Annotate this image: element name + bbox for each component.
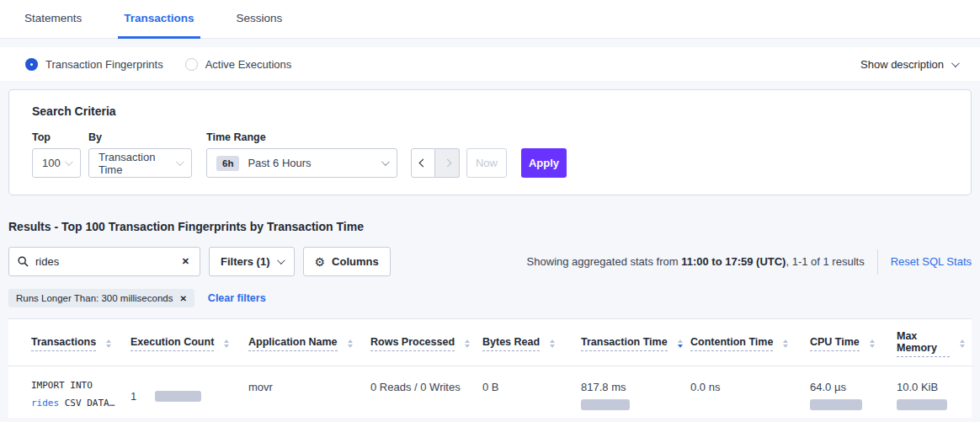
- tab-transactions[interactable]: Transactions: [118, 0, 200, 39]
- max-memory-value: 10.0 KiB: [897, 381, 938, 393]
- time-range-badge: 6h: [216, 156, 239, 171]
- transaction-time-bar: [581, 399, 630, 410]
- sort-icon[interactable]: [783, 339, 788, 349]
- cell-bytes-read: 0 B: [482, 366, 581, 422]
- execution-count-bar: [155, 391, 201, 402]
- column-header-label[interactable]: Rows Processed: [370, 336, 455, 351]
- results-toolbar: ✕ Filters (1) ⚙ Columns Showing aggregat…: [8, 247, 972, 276]
- column-header-transactions: Transactions: [8, 319, 130, 366]
- column-header-label[interactable]: Transaction Time: [581, 336, 668, 351]
- search-input[interactable]: [35, 255, 180, 268]
- filter-chip: Runs Longer Than: 300 milliseconds ✕: [8, 289, 194, 307]
- sort-icon[interactable]: [106, 339, 111, 349]
- active-filters-row: Runs Longer Than: 300 milliseconds ✕ Cle…: [8, 289, 972, 307]
- column-header-application-name: Application Name: [248, 319, 370, 366]
- chevron-down-icon: [276, 256, 285, 264]
- sort-icon[interactable]: [465, 339, 470, 349]
- columns-button[interactable]: ⚙ Columns: [303, 247, 391, 276]
- tab-sessions[interactable]: Sessions: [231, 0, 289, 39]
- gear-icon: ⚙: [315, 255, 326, 269]
- chevron-right-icon: [443, 159, 451, 168]
- clear-search-icon[interactable]: ✕: [180, 254, 191, 269]
- now-button[interactable]: Now: [466, 148, 507, 178]
- time-range-select[interactable]: 6h Past 6 Hours: [206, 148, 397, 178]
- sort-icon[interactable]: [870, 339, 875, 349]
- tab-statements[interactable]: Statements: [19, 0, 88, 39]
- sort-icon[interactable]: [348, 339, 353, 349]
- cell-rows-processed: 0 Reads / 0 Writes: [370, 366, 482, 422]
- time-next-button[interactable]: [435, 148, 460, 178]
- cell-application-name: movr: [248, 366, 370, 422]
- time-prev-button[interactable]: [411, 148, 435, 178]
- sort-icon[interactable]: [224, 339, 229, 349]
- cpu-time-bar: [810, 399, 862, 410]
- by-field: By Transaction Time: [88, 131, 206, 178]
- show-description-label: Show description: [860, 58, 944, 71]
- view-mode-bar: Transaction Fingerprints Active Executio…: [0, 47, 980, 81]
- time-window-arrows: [411, 148, 460, 178]
- column-header-rows-processed: Rows Processed: [370, 319, 482, 366]
- top-label: Top: [32, 131, 88, 143]
- radio-transaction-fingerprints[interactable]: Transaction Fingerprints: [25, 58, 163, 71]
- transaction-fingerprint-link[interactable]: rides: [31, 398, 59, 409]
- vertical-divider: [877, 249, 878, 275]
- sort-icon[interactable]: [550, 339, 555, 349]
- stats-suffix: , 1-1 of 1 results: [786, 255, 864, 268]
- search-criteria-controls: Top 100 By Transaction Time Time Range 6…: [32, 131, 948, 178]
- cell-transaction-time: 817.8 ms: [581, 366, 690, 422]
- remove-filter-icon[interactable]: ✕: [179, 294, 186, 303]
- aggregated-stats-text: Showing aggregated stats from 11:00 to 1…: [527, 255, 865, 268]
- by-select[interactable]: Transaction Time: [88, 148, 192, 178]
- chevron-down-icon: [381, 158, 390, 166]
- search-box: ✕: [8, 247, 200, 276]
- search-icon: [18, 256, 29, 267]
- table-row: IMPORT INTO rides CSV DATA… 1 movr 0 Rea…: [8, 366, 972, 422]
- radio-unselected-icon: [185, 58, 198, 71]
- chevron-down-icon: [951, 59, 960, 67]
- column-header-label[interactable]: Max Memory: [897, 330, 950, 357]
- cell-contention-time: 0.0 ns: [690, 366, 810, 422]
- chevron-down-icon: [176, 158, 184, 166]
- by-select-value: Transaction Time: [99, 151, 176, 176]
- radio-active-executions[interactable]: Active Executions: [185, 58, 292, 71]
- cpu-time-value: 64.0 µs: [810, 381, 846, 393]
- column-header-bytes-read: Bytes Read: [482, 319, 581, 366]
- by-label: By: [88, 131, 206, 143]
- column-header-label[interactable]: Transactions: [31, 336, 96, 351]
- sort-icon[interactable]: [960, 339, 965, 349]
- top-field: Top 100: [32, 131, 88, 178]
- execution-count-value: 1: [130, 390, 136, 403]
- top-select[interactable]: 100: [32, 148, 81, 178]
- column-header-transaction-time: Transaction Time: [581, 319, 690, 366]
- chevron-down-icon: [65, 158, 73, 166]
- column-header-max-memory: Max Memory: [897, 319, 972, 366]
- cell-transaction-fingerprint: IMPORT INTO rides CSV DATA…: [8, 366, 130, 422]
- reset-sql-stats-link[interactable]: Reset SQL Stats: [891, 255, 972, 268]
- table-header-row: Transactions Execution Count Application…: [8, 319, 972, 366]
- cell-max-memory: 10.0 KiB: [897, 366, 972, 422]
- transaction-time-value: 817.8 ms: [581, 381, 626, 393]
- column-header-contention-time: Contention Time: [690, 319, 810, 366]
- filters-button[interactable]: Filters (1): [209, 247, 295, 276]
- radio-label: Transaction Fingerprints: [45, 58, 163, 71]
- results-heading: Results - Top 100 Transaction Fingerprin…: [8, 220, 972, 233]
- column-header-label[interactable]: Execution Count: [130, 336, 214, 351]
- time-range-field: Time Range 6h Past 6 Hours: [206, 131, 397, 178]
- sql-text: CSV DATA…: [59, 398, 115, 409]
- filter-chip-label: Runs Longer Than: 300 milliseconds: [16, 293, 173, 303]
- column-header-label[interactable]: Application Name: [248, 336, 338, 351]
- clear-filters-link[interactable]: Clear filters: [208, 292, 266, 304]
- column-header-label[interactable]: Bytes Read: [482, 336, 540, 351]
- cell-execution-count: 1: [130, 366, 248, 422]
- show-description-toggle[interactable]: Show description: [860, 58, 957, 71]
- cell-cpu-time: 64.0 µs: [810, 366, 897, 422]
- apply-button[interactable]: Apply: [521, 148, 567, 178]
- search-criteria-title: Search Criteria: [32, 104, 948, 118]
- time-range-label: Time Range: [206, 131, 397, 143]
- column-header-label[interactable]: CPU Time: [810, 336, 860, 351]
- sql-text-line: rides CSV DATA…: [31, 395, 124, 413]
- radio-label: Active Executions: [205, 58, 292, 71]
- max-memory-bar: [897, 399, 947, 410]
- column-header-label[interactable]: Contention Time: [690, 336, 773, 351]
- sort-icon-desc-active[interactable]: [678, 339, 683, 349]
